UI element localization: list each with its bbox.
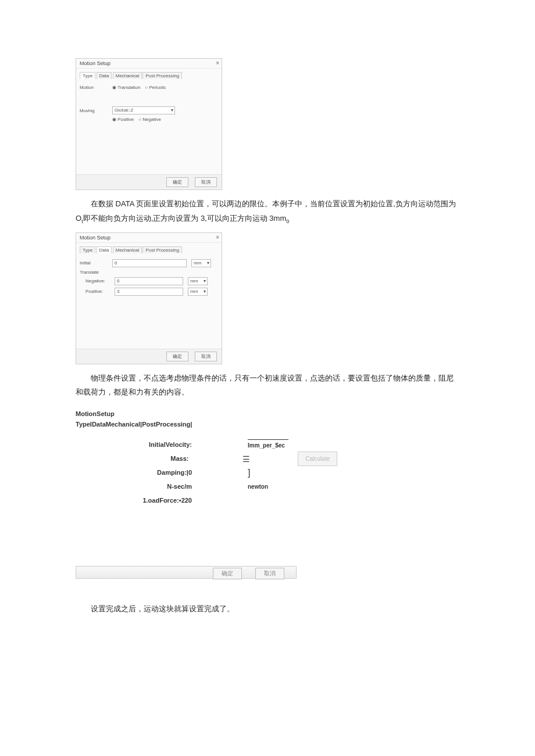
- negative-label: Negative:: [85, 278, 110, 284]
- positive-label: Positive:: [85, 289, 110, 294]
- moving-dropdown[interactable]: Global::Z: [112, 106, 175, 114]
- mechanical-tabs-text: TypeIDataMechanical|PostProcessing|: [76, 421, 459, 428]
- negative-unit-dropdown[interactable]: mm: [188, 277, 208, 285]
- dialog-title: Motion Setup: [76, 233, 222, 243]
- motion-setup-dialog-data: Motion Setup × Type Data Mechanical Post…: [76, 232, 222, 364]
- tab-postprocessing[interactable]: Post Processing: [142, 72, 182, 79]
- damping-label: Damping:|0: [116, 467, 195, 479]
- close-icon[interactable]: ×: [216, 60, 219, 66]
- negative-input[interactable]: 0: [115, 277, 183, 285]
- initial-velocity-label: InitialVelocity:: [116, 439, 195, 451]
- cancel-button[interactable]: 取消: [255, 568, 284, 579]
- paragraph-2: 物理条件设置，不点选考虑物理条件的话，只有一个初速度设置，点选的话，要设置包括了…: [76, 371, 459, 400]
- tab-mechanical[interactable]: Mechanical: [113, 72, 142, 79]
- radio-negative[interactable]: Negative: [138, 117, 161, 122]
- ok-button[interactable]: 确定: [166, 352, 188, 361]
- dialog-footer: 确定 取消: [76, 349, 222, 364]
- mechanical-settings: InitialVelocity: Imm_per_$ec Mass: ☰ Cal…: [116, 438, 337, 508]
- initial-unit-dropdown[interactable]: mm: [191, 259, 211, 267]
- nsec-label: N-sec/m: [116, 481, 195, 493]
- mechanical-footer: 确定 取消: [76, 566, 297, 579]
- initial-input[interactable]: 0: [112, 259, 187, 267]
- cancel-button[interactable]: 取消: [195, 177, 217, 187]
- radio-translation[interactable]: Translation: [112, 85, 140, 90]
- tab-postprocessing[interactable]: Post Processing: [142, 246, 182, 253]
- tab-data[interactable]: Data: [97, 72, 112, 79]
- tab-data[interactable]: Data: [97, 246, 112, 253]
- close-icon[interactable]: ×: [216, 234, 219, 241]
- newton-label: newton: [248, 481, 306, 492]
- translate-label: Translate: [80, 270, 99, 275]
- positive-unit-dropdown[interactable]: mm: [188, 288, 208, 296]
- paragraph-3: 设置完成之后，运动这块就算设置完成了。: [76, 602, 459, 617]
- moving-label: Moving: [80, 108, 108, 113]
- mass-label: Mass:: [116, 453, 192, 465]
- ok-button[interactable]: 确定: [166, 177, 188, 187]
- dialog-tabs: Type Data Mechanical Post Processing: [80, 71, 218, 83]
- radio-positive[interactable]: Positive: [112, 117, 134, 122]
- tab-type[interactable]: Type: [80, 246, 95, 253]
- dialog-tabs: Type Data Mechanical Post Processing: [80, 245, 218, 257]
- loadforce-label: 1.oadForce:•220: [116, 495, 195, 507]
- motion-setup-dialog-type: Motion Setup × Type Data Mechanical Post…: [76, 58, 222, 190]
- ok-button[interactable]: 确定: [213, 568, 242, 579]
- positive-input[interactable]: 3: [115, 288, 183, 296]
- tab-mechanical[interactable]: Mechanical: [113, 246, 142, 253]
- radio-periodic[interactable]: Periodic: [145, 85, 166, 90]
- initial-label: Initial: [80, 260, 108, 266]
- motion-label: Motion: [80, 85, 108, 90]
- initial-velocity-unit: Imm_per_$ec: [248, 439, 288, 451]
- dialog-title: Motion Setup: [76, 59, 222, 69]
- tab-type[interactable]: Type: [80, 72, 95, 79]
- mechanical-heading: MotionSetup: [76, 410, 459, 417]
- paragraph-1: 在数据 DATA 页面里设置初始位置，可以两边的限位。本例子中，当前位置设置为初…: [76, 197, 459, 227]
- cancel-button[interactable]: 取消: [195, 352, 217, 361]
- bracket-icon: ]: [248, 464, 306, 482]
- dialog-footer: 确定 取消: [76, 174, 222, 189]
